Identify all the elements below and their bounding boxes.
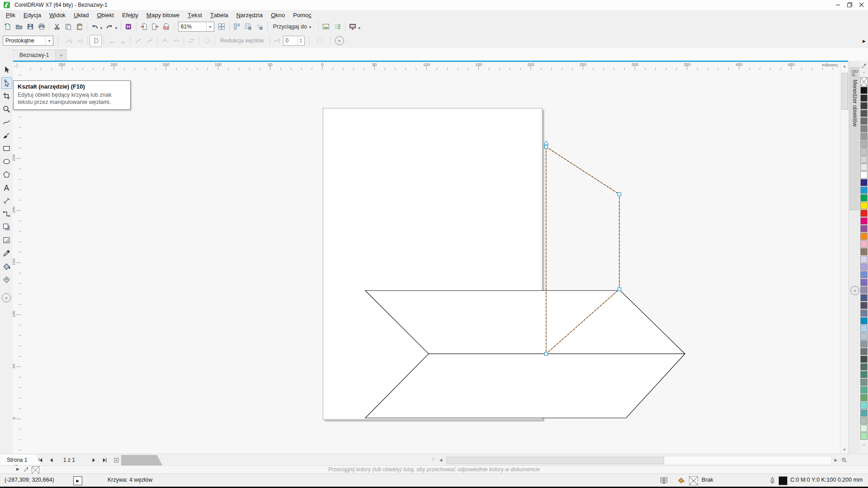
palette-swatch-4[interactable] [860, 110, 868, 117]
palette-swatch-16[interactable] [860, 202, 868, 209]
tool-parallel-dimension[interactable] [1, 195, 11, 206]
guidelines-icon[interactable] [254, 21, 265, 33]
status-flyout-icon[interactable]: ▶ [73, 476, 82, 485]
grid-icon[interactable] [243, 21, 254, 33]
palette-swatch-22[interactable] [860, 248, 868, 255]
vector-drawing[interactable] [21, 70, 840, 454]
palette-swatch-37[interactable] [860, 363, 868, 371]
scroll-down-icon[interactable]: ▼ [840, 446, 849, 454]
palette-swatch-41[interactable] [860, 394, 868, 401]
palette-swatch-40[interactable] [860, 386, 868, 394]
palette-swatch-5[interactable] [860, 117, 868, 125]
horizontal-ruler[interactable]: 2502001501005005010015020025030035040045… [21, 62, 840, 70]
tool-shape[interactable] [1, 77, 12, 89]
tool-interactive-fill[interactable] [1, 261, 11, 272]
menu-narzędzia[interactable]: Narzędzia [232, 10, 267, 20]
menu-obiekt[interactable]: Obiekt [93, 10, 118, 20]
document-tab[interactable]: Beznazwy-1 [13, 49, 56, 61]
curve-node-1[interactable] [545, 145, 548, 149]
palette-swatch-27[interactable] [860, 286, 868, 294]
outline-pen-icon[interactable] [768, 476, 777, 485]
curve-node-2[interactable] [618, 193, 621, 196]
fill-none-swatch[interactable] [689, 476, 698, 485]
palette-swatch-32[interactable] [860, 325, 868, 332]
palette-swatch-44[interactable] [860, 417, 868, 424]
palette-swatch-15[interactable] [860, 194, 868, 202]
palette-swatch-24[interactable] [860, 263, 868, 271]
palette-swatch-19[interactable] [860, 225, 868, 232]
add-page-button-2[interactable] [111, 455, 121, 465]
no-color-swatch[interactable] [860, 77, 868, 86]
maximize-button[interactable] [844, 0, 855, 9]
curve-smoothness-spinner[interactable]: 0 ▲▼ [283, 36, 305, 46]
palette-swatch-21[interactable] [860, 240, 868, 248]
palette-swatch-36[interactable] [860, 356, 868, 363]
menu-tabela[interactable]: Tabela [206, 10, 232, 20]
horizontal-scrollbar[interactable] [445, 456, 832, 465]
palette-swatch-28[interactable] [860, 294, 868, 301]
new-document-tab-button[interactable]: + [56, 49, 67, 61]
tool-pick[interactable] [1, 64, 11, 75]
zoom-level-combobox[interactable]: 61% ▾ [178, 22, 214, 32]
tool-ellipse[interactable] [1, 156, 11, 167]
palette-swatch-17[interactable] [860, 210, 868, 217]
ruler-origin-icon[interactable] [13, 62, 21, 70]
drawing-canvas[interactable] [21, 70, 840, 454]
spinner-arrows-icon[interactable]: ▲▼ [297, 36, 304, 45]
palette-swatch-2[interactable] [860, 94, 868, 102]
palette-swatch-9[interactable] [860, 148, 868, 155]
undo-icon[interactable] [89, 21, 100, 33]
options-icon[interactable] [332, 21, 343, 33]
copy-icon[interactable] [62, 21, 74, 33]
quick-zoom-icon[interactable] [839, 455, 849, 465]
palette-swatch-12[interactable] [860, 171, 868, 178]
palette-swatch-42[interactable] [860, 402, 868, 409]
tool-rectangle[interactable] [1, 143, 11, 154]
tool-polygon[interactable] [1, 169, 11, 180]
palette-swatch-25[interactable] [860, 271, 868, 278]
last-page-button[interactable] [99, 455, 109, 465]
menu-tekst[interactable]: Tekst [184, 10, 206, 20]
publish-pdf-icon[interactable] [161, 21, 172, 33]
menu-efekty[interactable]: Efekty [118, 10, 142, 20]
minimize-button[interactable] [832, 0, 844, 9]
horizontal-scroll-thumb[interactable] [446, 457, 664, 464]
menu-widok[interactable]: Widok [45, 10, 70, 20]
open-folder-icon[interactable] [13, 21, 24, 33]
palette-swatch-14[interactable] [860, 187, 868, 194]
palette-swatch-39[interactable] [860, 379, 868, 386]
chevron-down-icon[interactable]: ▼ [99, 26, 103, 30]
palette-swatch-3[interactable] [860, 102, 868, 109]
menu-edycja[interactable]: Edycja [19, 10, 45, 20]
palette-swatch-11[interactable] [860, 164, 868, 171]
paste-icon[interactable] [74, 21, 85, 33]
palette-swatch-18[interactable] [860, 217, 868, 225]
palette-swatch-10[interactable] [860, 156, 868, 163]
chevron-down-icon[interactable]: ▼ [114, 26, 118, 30]
palette-swatch-34[interactable] [860, 340, 868, 347]
cut-icon[interactable] [51, 21, 62, 33]
scrollbar-splitter-handle[interactable]: ⁞⁞ [432, 457, 434, 461]
palette-swatch-7[interactable] [860, 133, 868, 140]
menu-plik[interactable]: Plik [2, 10, 19, 20]
chevron-down-icon[interactable]: ▼ [358, 26, 361, 30]
palette-swatch-38[interactable] [860, 371, 868, 378]
docker-plus-button[interactable]: + [850, 286, 859, 295]
vertical-scroll-thumb[interactable] [841, 73, 848, 110]
menu-okno[interactable]: Okno [267, 10, 289, 20]
band-upper-parallelogram[interactable] [365, 291, 685, 354]
palette-swatch-33[interactable] [860, 333, 868, 340]
tool-artistic-media[interactable] [1, 130, 11, 141]
tool-text[interactable] [1, 182, 11, 193]
page-tab-strona-1[interactable]: Strona 1 [0, 455, 41, 465]
print-icon[interactable] [36, 21, 47, 33]
snap-to-dropdown[interactable]: Przyciągaj do ▼ [269, 23, 316, 30]
scroll-up-icon[interactable]: ▲ [840, 62, 849, 70]
palette-swatch-6[interactable] [860, 125, 868, 132]
fit-zoom-icon[interactable] [216, 21, 227, 33]
export-icon[interactable] [150, 21, 161, 33]
welcome-screen-icon[interactable] [321, 21, 332, 33]
band-lower-parallelogram[interactable] [365, 354, 685, 418]
palette-swatch-8[interactable] [860, 141, 868, 148]
palette-swatch-45[interactable] [860, 425, 868, 432]
